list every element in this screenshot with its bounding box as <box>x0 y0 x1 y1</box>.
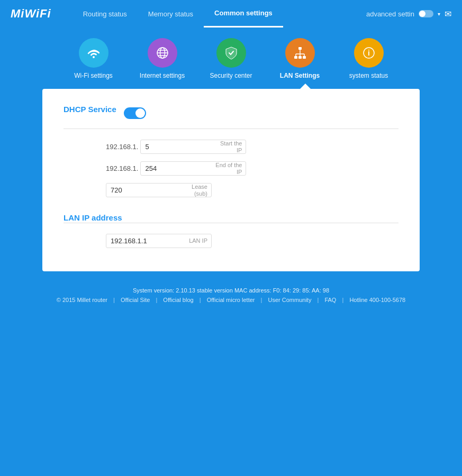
start-ip-prefix: 192.168.1. <box>106 143 138 151</box>
footer: System version: 2.10.13 stable version M… <box>0 287 462 314</box>
security-circle <box>216 38 246 68</box>
chevron-down-icon[interactable]: ▾ <box>438 11 440 17</box>
footer-copyright: © 2015 Millet router <box>57 297 107 303</box>
icon-item-system[interactable]: i system status <box>345 38 393 79</box>
nav-right: advanced settin ▾ ✉ <box>366 9 451 19</box>
icon-item-wifi[interactable]: Wi-Fi settings <box>70 38 117 79</box>
footer-version: System version: 2.10.13 stable version M… <box>0 287 462 294</box>
icon-item-lan[interactable]: LAN Settings <box>276 38 324 79</box>
nav-routing-status[interactable]: Routing status <box>73 0 138 28</box>
end-ip-input[interactable] <box>140 161 246 176</box>
footer-link-5[interactable]: Hotline 400-100-5678 <box>349 297 405 303</box>
advanced-settings-toggle[interactable] <box>419 10 433 17</box>
svg-rect-7 <box>298 56 302 59</box>
lan-ip-divider <box>64 223 398 223</box>
footer-link-3[interactable]: User Community <box>268 297 311 303</box>
dhcp-title: DHCP Service <box>64 105 116 114</box>
system-circle: i <box>354 38 384 68</box>
lan-ip-input[interactable] <box>106 234 212 248</box>
lan-ip-input-wrap: LAN IP <box>106 234 212 248</box>
start-ip-row: 192.168.1. Start theIP <box>106 140 398 154</box>
internet-circle <box>148 38 177 68</box>
lan-circle <box>285 38 315 68</box>
system-label: system status <box>349 72 388 79</box>
header: MiWiFi Routing status Memory status Comm… <box>0 0 462 28</box>
main-nav: Routing status Memory status Common sett… <box>73 0 366 28</box>
wifi-label: Wi-Fi settings <box>74 72 113 79</box>
wifi-circle <box>79 38 108 68</box>
lan-label: LAN Settings <box>280 72 320 79</box>
pointer-offset <box>300 84 311 89</box>
advanced-settings-label[interactable]: advanced settin <box>366 10 414 18</box>
svg-rect-5 <box>298 47 302 50</box>
footer-links: © 2015 Millet router | Official Site | O… <box>0 297 462 303</box>
lan-ip-title: LAN IP address <box>64 213 122 222</box>
dhcp-toggle[interactable] <box>124 107 146 119</box>
logo: MiWiFi <box>11 7 51 21</box>
footer-link-1[interactable]: Official blog <box>163 297 193 303</box>
lease-row: Lease(sub) <box>106 183 398 197</box>
footer-link-0[interactable]: Official Site <box>121 297 150 303</box>
svg-rect-6 <box>294 56 297 59</box>
end-ip-prefix: 192.168.1. <box>106 164 138 172</box>
mail-icon[interactable]: ✉ <box>445 9 451 19</box>
dhcp-form: 192.168.1. Start theIP 192.168.1. End of… <box>106 140 398 197</box>
lan-ip-row: LAN IP <box>106 234 398 248</box>
svg-rect-8 <box>303 56 306 59</box>
icon-item-security[interactable]: Security center <box>207 38 255 79</box>
lease-input-wrap: Lease(sub) <box>106 183 212 197</box>
content-card: DHCP Service 192.168.1. Start theIP 192.… <box>42 89 420 271</box>
nav-common-settings[interactable]: Common settings <box>204 0 283 28</box>
svg-text:i: i <box>368 49 370 57</box>
internet-label: Internet settings <box>140 72 185 79</box>
end-ip-row: 192.168.1. End of theIP <box>106 161 398 176</box>
end-ip-input-wrap: End of theIP <box>140 161 246 176</box>
pointer-arrow <box>300 84 311 89</box>
footer-link-2[interactable]: Official micro letter <box>207 297 255 303</box>
lan-ip-section: LAN IP address LAN IP <box>64 213 398 248</box>
icon-item-internet[interactable]: Internet settings <box>139 38 186 79</box>
start-ip-input[interactable] <box>140 140 246 154</box>
footer-link-4[interactable]: FAQ <box>324 297 336 303</box>
start-ip-input-wrap: Start theIP <box>140 140 246 154</box>
lan-ip-form: LAN IP <box>106 234 398 248</box>
security-label: Security center <box>210 72 252 79</box>
lease-input[interactable] <box>106 183 212 197</box>
dhcp-header: DHCP Service <box>64 105 398 121</box>
pointer-container <box>0 84 462 89</box>
icon-bar: Wi-Fi settings Internet settings Securit… <box>0 28 462 79</box>
dhcp-divider <box>64 129 398 129</box>
nav-memory-status[interactable]: Memory status <box>138 0 204 28</box>
